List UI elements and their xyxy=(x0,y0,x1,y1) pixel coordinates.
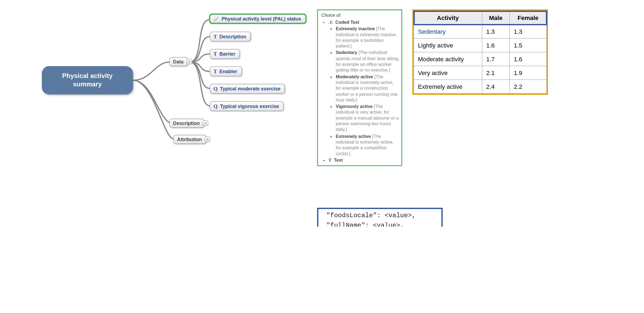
chart-icon: 📈 xyxy=(213,16,219,22)
pal-female-cell: 2.2 xyxy=(510,80,547,93)
diagram-stage: Physical activity summary Data Descripti… xyxy=(5,5,637,227)
pal-male-cell: 2.1 xyxy=(482,66,510,80)
pal-female-cell: 1.6 xyxy=(510,52,547,66)
quantity-icon: Q xyxy=(213,103,218,110)
coded-header: Choice of: xyxy=(321,13,400,18)
mindmap-node-data: Data xyxy=(170,57,188,66)
mindmap-node-attribution: Attribution xyxy=(174,135,206,144)
coded-text-icon: .T. xyxy=(328,20,333,25)
text-icon: T xyxy=(213,68,217,75)
pal-male-cell: 1.7 xyxy=(482,52,510,66)
mindmap-leaf-label: Typical moderate exercise xyxy=(220,86,280,92)
pal-header-female: Female xyxy=(510,11,547,25)
mindmap: Physical activity summary Data Descripti… xyxy=(42,18,313,151)
pal-header-male: Male xyxy=(482,11,510,25)
mindmap-leaf-label: Typical vigorous exercise xyxy=(220,103,279,109)
text-icon: T xyxy=(213,33,217,40)
text-label: Text xyxy=(334,158,343,162)
mindmap-leaf-label: Barrier xyxy=(219,51,235,57)
pal-activity-cell: Very active xyxy=(414,66,482,80)
coded-option-label: Extremely inactive xyxy=(336,26,376,31)
quantity-icon: Q xyxy=(213,86,218,92)
pal-male-cell: 2.4 xyxy=(482,80,510,93)
table-row: Moderate activity1.71.6 xyxy=(414,52,547,66)
pal-activity-cell: Sedentary xyxy=(414,25,482,38)
pal-male-cell: 1.6 xyxy=(482,38,510,52)
mindmap-leaf-label: Description xyxy=(219,34,246,39)
mindmap-node-description: Description xyxy=(170,119,204,128)
mindmap-leaf-label: Enabler xyxy=(219,69,237,74)
mindmap-leaf-pal: 📈 Physical activity level (PAL) status xyxy=(210,14,306,23)
text-icon: T xyxy=(328,158,331,162)
coded-option: Extremely active [The individual is extr… xyxy=(336,133,400,156)
coded-option-label: Moderately active xyxy=(336,74,374,79)
coded-option: Extremely inactive [The individual is ex… xyxy=(336,26,400,49)
mindmap-node-label: Data xyxy=(173,59,184,64)
mindmap-leaf-enabler: T Enabler xyxy=(210,67,242,76)
coded-option: Vigorously active [The individual is ver… xyxy=(336,103,400,132)
pal-female-cell: 1.9 xyxy=(510,66,547,80)
pal-header-activity: Activity xyxy=(414,11,482,25)
pal-activity-cell: Moderate activity xyxy=(414,52,482,66)
mindmap-leaf-description: T Description xyxy=(210,32,251,42)
pal-activity-cell: Extremely active xyxy=(414,80,482,93)
mindmap-node-label: Description xyxy=(173,120,200,126)
mindmap-node-label: Attribution xyxy=(177,137,202,142)
coded-option-label: Extremely active xyxy=(336,134,372,138)
coded-option: Moderately active [The individual is moe… xyxy=(336,74,400,103)
pal-female-cell: 1.5 xyxy=(510,38,547,52)
table-row: Sedentary1.31.3 xyxy=(414,25,547,38)
table-row: Very active2.11.9 xyxy=(414,66,547,80)
mindmap-root: Physical activity summary xyxy=(42,66,133,94)
pal-table-header: Activity Male Female xyxy=(414,11,547,25)
pal-activity-cell: Lightly active xyxy=(414,38,482,52)
text-icon: T xyxy=(213,51,217,57)
pal-table: Activity Male Female Sedentary1.31.3Ligh… xyxy=(412,9,548,95)
mindmap-leaf-moderate: Q Typical moderate exercise xyxy=(210,84,285,94)
table-row: Extremely active2.42.2 xyxy=(414,80,547,93)
mindmap-leaf-vigorous: Q Typical vigorous exercise xyxy=(210,101,284,111)
json-snippet-profile: "foodsLocale": <value>, "fullName": <val… xyxy=(317,208,443,227)
coded-option-label: Sedentary xyxy=(336,50,358,55)
pal-male-cell: 1.3 xyxy=(482,25,510,38)
pal-female-cell: 1.3 xyxy=(510,25,547,38)
mindmap-leaf-label: Physical activity level (PAL) status xyxy=(222,16,301,22)
coded-text-label: Coded Text xyxy=(335,20,360,25)
mindmap-leaf-barrier: T Barrier xyxy=(210,49,240,59)
coded-text-panel: Choice of: .T. Coded Text Extremely inac… xyxy=(317,9,402,166)
coded-option: Sedentary [The individual spends most of… xyxy=(336,50,400,73)
table-row: Lightly active1.61.5 xyxy=(414,38,547,52)
coded-option-label: Vigorously active xyxy=(336,104,374,109)
